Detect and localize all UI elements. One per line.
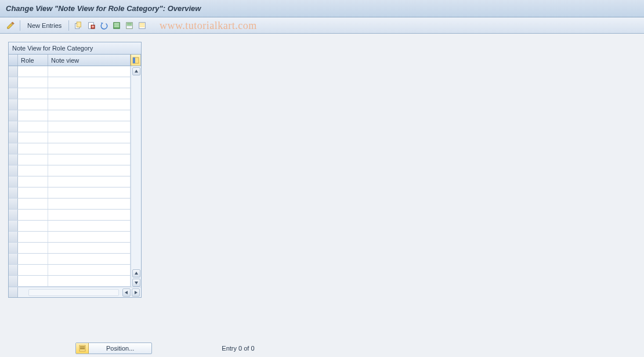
table-row[interactable] [9,154,131,165]
scroll-up-button[interactable] [132,67,140,75]
cell-role[interactable] [18,243,48,253]
cell-role[interactable] [18,221,48,231]
row-selector[interactable] [9,243,18,253]
undo-change-button[interactable] [98,20,110,31]
copy-as-button[interactable] [73,20,84,31]
cell-role[interactable] [18,265,48,275]
deselect-all-button[interactable] [136,20,148,31]
cell-note-view[interactable] [48,199,131,209]
cell-role[interactable] [18,232,48,242]
row-selector[interactable] [9,165,18,176]
row-selector[interactable] [9,276,18,286]
column-header-note-view[interactable]: Note view [48,55,131,66]
row-selector[interactable] [9,77,18,88]
cell-note-view[interactable] [48,187,131,198]
cell-note-view[interactable] [48,232,131,242]
select-all-button[interactable] [111,20,122,31]
horizontal-scrollbar[interactable] [9,287,141,297]
table-row[interactable] [9,254,131,265]
table-row[interactable] [9,276,131,287]
table-row[interactable] [9,99,131,110]
column-header-role[interactable]: Role [18,55,48,66]
vertical-scrollbar[interactable] [131,66,141,287]
table-row[interactable] [9,210,131,221]
table-row[interactable] [9,132,131,143]
row-selector[interactable] [9,132,18,143]
row-selector[interactable] [9,199,18,209]
cell-role[interactable] [18,254,48,264]
cell-role[interactable] [18,132,48,143]
row-selector[interactable] [9,110,18,121]
table-row[interactable] [9,221,131,232]
hscroll-track[interactable] [28,289,119,296]
table-row[interactable] [9,77,131,88]
cell-note-view[interactable] [48,210,131,220]
cell-role[interactable] [18,143,48,154]
row-selector[interactable] [9,210,18,220]
cell-role[interactable] [18,110,48,121]
cell-role[interactable] [18,77,48,88]
cell-role[interactable] [18,88,48,99]
cell-note-view[interactable] [48,176,131,187]
table-row[interactable] [9,265,131,276]
cell-note-view[interactable] [48,77,131,88]
table-row[interactable] [9,110,131,121]
row-selector[interactable] [9,254,18,264]
cell-note-view[interactable] [48,132,131,143]
cell-note-view[interactable] [48,154,131,165]
cell-role[interactable] [18,199,48,209]
cell-note-view[interactable] [48,99,131,110]
cell-role[interactable] [18,165,48,176]
row-selector[interactable] [9,66,18,77]
select-block-button[interactable] [124,20,135,31]
row-selector[interactable] [9,221,18,231]
cell-note-view[interactable] [48,110,131,121]
row-selector[interactable] [9,121,18,132]
row-selector[interactable] [9,143,18,154]
cell-role[interactable] [18,66,48,77]
cell-note-view[interactable] [48,143,131,154]
toggle-display-change-button[interactable] [5,20,16,31]
row-selector[interactable] [9,265,18,275]
row-selector[interactable] [9,154,18,165]
position-button[interactable]: Position... [75,342,152,354]
cell-role[interactable] [18,121,48,132]
new-entries-button[interactable]: New Entries [24,21,65,30]
row-selector[interactable] [9,187,18,198]
table-row[interactable] [9,165,131,176]
cell-note-view[interactable] [48,243,131,253]
cell-note-view[interactable] [48,254,131,264]
cell-note-view[interactable] [48,121,131,132]
cell-note-view[interactable] [48,265,131,275]
row-selector[interactable] [9,232,18,242]
row-selector[interactable] [9,176,18,187]
table-row[interactable] [9,143,131,154]
table-row[interactable] [9,88,131,99]
cell-role[interactable] [18,154,48,165]
table-row[interactable] [9,121,131,132]
cell-note-view[interactable] [48,276,131,286]
cell-role[interactable] [18,210,48,220]
cell-note-view[interactable] [48,66,131,77]
table-settings-button[interactable] [131,55,141,66]
cell-role[interactable] [18,187,48,198]
table-row[interactable] [9,66,131,77]
table-row[interactable] [9,187,131,199]
row-selector[interactable] [9,99,18,110]
table-row[interactable] [9,243,131,254]
cell-role[interactable] [18,99,48,110]
cell-note-view[interactable] [48,88,131,99]
table-row[interactable] [9,232,131,243]
cell-note-view[interactable] [48,221,131,231]
row-selector-header[interactable] [9,55,18,66]
scroll-left-button[interactable] [122,289,131,297]
cell-note-view[interactable] [48,165,131,176]
cell-role[interactable] [18,176,48,187]
delete-button[interactable] [85,20,97,31]
scroll-down-button[interactable] [132,279,140,287]
table-row[interactable] [9,199,131,210]
scroll-right-button[interactable] [132,289,140,297]
table-row[interactable] [9,176,131,187]
row-selector[interactable] [9,88,18,99]
scroll-up-step-button[interactable] [132,269,140,277]
